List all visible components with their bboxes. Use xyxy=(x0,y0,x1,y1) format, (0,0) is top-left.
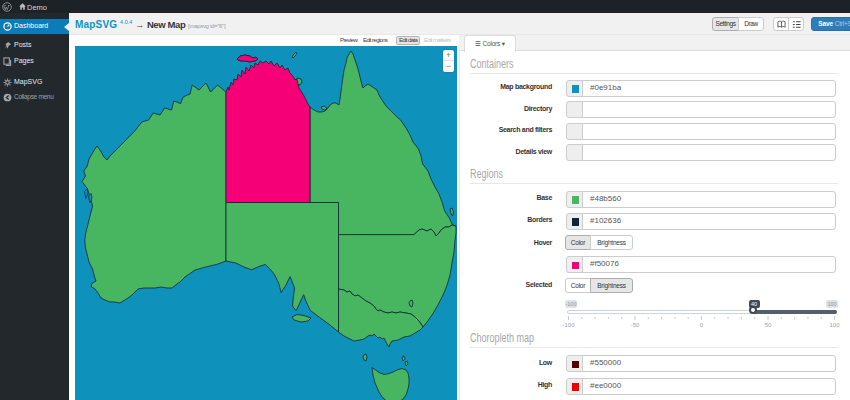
svg-text:-100: -100 xyxy=(562,322,575,328)
svg-text:-50: -50 xyxy=(631,322,640,328)
svg-text:50: 50 xyxy=(765,322,772,328)
svg-text:100: 100 xyxy=(829,322,840,328)
svg-text:0: 0 xyxy=(700,322,704,328)
